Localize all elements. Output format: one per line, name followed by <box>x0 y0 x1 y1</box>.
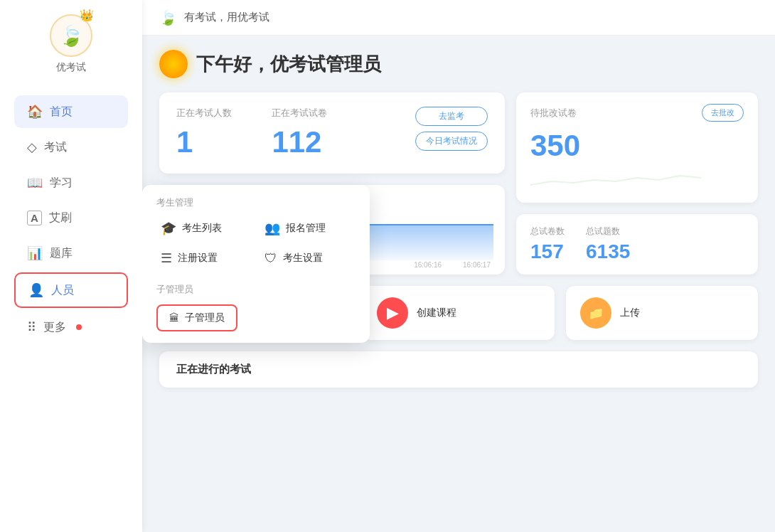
pending-papers-card: 待批改试卷 去批改 350 <box>516 92 758 203</box>
dropdown-item-registration-label: 报名管理 <box>286 222 326 235</box>
sidebar-item-question-label: 题库 <box>50 246 73 261</box>
sidebar-item-home-label: 首页 <box>50 105 73 119</box>
people-icon: 👤 <box>28 282 44 298</box>
logo-area: 🍃 👑 优考试 <box>50 14 92 74</box>
dropdown-item-student-settings[interactable]: 🛡 考生设置 <box>260 248 356 269</box>
sub-stats-grid: 总试卷数 157 总试题数 6135 <box>530 225 744 263</box>
total-papers-stat: 总试卷数 157 <box>530 225 565 263</box>
total-questions-value: 6135 <box>586 240 630 263</box>
book-icon: 📖 <box>27 175 43 191</box>
greeting-section: 下午好，优考试管理员 <box>159 50 758 78</box>
bottom-title: 正在进行的考试 <box>176 363 251 375</box>
papers-section: 正在考试试卷 112 <box>272 107 415 159</box>
dropdown-grid1: 🎓 考生列表 👥 报名管理 ☰ 注册设置 🛡 考生设置 <box>156 218 356 269</box>
create-course-label: 创建课程 <box>417 307 456 319</box>
registration-icon: 👥 <box>264 220 280 236</box>
ai-icon: A <box>27 211 42 225</box>
more-icon: ⠿ <box>27 319 36 335</box>
sidebar-item-more-label: 更多 <box>43 320 66 335</box>
examinees-value: 1 <box>176 125 272 159</box>
main-content: 🍃 有考试，用优考试 下午好，优考试管理员 正在考试人数 1 正在考试试卷 <box>142 0 775 532</box>
pending-value: 350 <box>530 129 744 163</box>
dropdown-item-registration[interactable]: 👥 报名管理 <box>260 218 356 239</box>
current-stats-card: 正在考试人数 1 正在考试试卷 112 去监考 今日考试情况 <box>159 92 505 174</box>
shield-icon: 🛡 <box>264 251 277 266</box>
sub-admin-item[interactable]: 🏛 子管理员 <box>156 304 237 331</box>
topbar-title: 有考试，用优考试 <box>184 11 269 24</box>
sidebar-item-exam-label: 考试 <box>44 140 67 155</box>
diamond-icon: ◇ <box>27 139 37 155</box>
total-questions-stat: 总试题数 6135 <box>586 225 630 263</box>
topbar: 🍃 有考试，用优考试 <box>142 0 775 36</box>
arrow1-svg <box>142 100 156 192</box>
greeting-text: 下午好，优考试管理员 <box>196 52 381 77</box>
graduate-icon: 🎓 <box>161 220 176 236</box>
sidebar-item-home[interactable]: 🏠 首页 <box>14 95 128 128</box>
sidebar-item-study-label: 学习 <box>50 176 73 191</box>
dropdown-item-register-settings[interactable]: ☰ 注册设置 <box>156 248 252 269</box>
pending-top: 待批改试卷 去批改 <box>530 104 744 122</box>
content-area: 下午好，优考试管理员 正在考试人数 1 正在考试试卷 112 去监考 <box>142 36 775 532</box>
pending-label: 待批改试卷 <box>530 107 577 119</box>
sidebar-item-exam[interactable]: ◇ 考试 <box>14 131 128 164</box>
logo-leaf-icon: 🍃 <box>59 24 84 48</box>
home-icon: 🏠 <box>27 104 43 119</box>
sidebar-item-people[interactable]: 👤 人员 <box>14 272 128 308</box>
stat-buttons: 去监考 今日考试情况 <box>415 107 488 159</box>
sub-stats-card: 总试卷数 157 总试题数 6135 <box>516 214 758 275</box>
sidebar-item-more[interactable]: ⠿ 更多 <box>14 311 128 344</box>
ongoing-exams-section: 正在进行的考试 <box>159 351 758 388</box>
sidebar-item-ai[interactable]: A 艾刷 <box>14 202 128 234</box>
papers-label: 正在考试试卷 <box>272 107 415 119</box>
dropdown-item-student-list-label: 考生列表 <box>182 222 222 235</box>
logo-circle: 🍃 👑 <box>50 14 92 57</box>
papers-value: 112 <box>272 125 415 159</box>
logo-crown-icon: 👑 <box>80 9 94 22</box>
sparkline-svg <box>530 167 744 188</box>
sidebar-item-study[interactable]: 📖 学习 <box>14 166 128 199</box>
examinees-label: 正在考试人数 <box>176 107 272 119</box>
create-course-card[interactable]: ▶ 创建课程 <box>363 286 555 340</box>
sidebar-item-people-label: 人员 <box>51 283 74 298</box>
sidebar-item-ai-label: 艾刷 <box>49 211 72 225</box>
x-label-2: 16:06:17 <box>463 261 491 269</box>
chart-icon: 📊 <box>27 245 43 261</box>
dropdown-menu: 考生管理 🎓 考生列表 👥 报名管理 ☰ 注册设置 🛡 考生设置 <box>142 185 370 343</box>
create-course-icon: ▶ <box>377 297 408 329</box>
pending-btn[interactable]: 去批改 <box>702 104 744 122</box>
upload-label: 上传 <box>620 307 640 319</box>
total-questions-label: 总试题数 <box>586 225 630 238</box>
examinees-section: 正在考试人数 1 <box>176 107 272 159</box>
list-icon: ☰ <box>161 250 172 266</box>
dropdown-item-student-list[interactable]: 🎓 考生列表 <box>156 218 252 239</box>
dropdown-item-register-settings-label: 注册设置 <box>178 252 218 265</box>
upload-icon: 📁 <box>580 297 611 329</box>
dropdown-item-student-settings-label: 考生设置 <box>283 252 323 265</box>
sub-admin-label: 子管理员 <box>185 312 225 324</box>
total-papers-label: 总试卷数 <box>530 225 565 238</box>
logo-text: 优考试 <box>56 61 86 74</box>
total-papers-value: 157 <box>530 240 565 263</box>
upload-card[interactable]: 📁 上传 <box>566 286 758 340</box>
sun-icon <box>159 50 188 78</box>
right-stats: 待批改试卷 去批改 350 总试卷数 157 <box>516 92 758 275</box>
sub-admin-wrapper: 🏛 子管理员 <box>156 304 237 331</box>
x-label-1: 16:06:16 <box>414 261 442 269</box>
dropdown-section1-title: 考生管理 <box>156 196 356 209</box>
sidebar: 🍃 👑 优考试 🏠 首页 ◇ 考试 📖 学习 A 艾刷 📊 题库 👤 人员 ⠿ … <box>0 0 142 532</box>
sidebar-item-question[interactable]: 📊 题库 <box>14 237 128 270</box>
dropdown-section2-title: 子管理员 <box>156 283 356 296</box>
monitor-button[interactable]: 去监考 <box>415 107 488 126</box>
topbar-leaf-icon: 🍃 <box>159 9 177 26</box>
notification-badge <box>76 324 82 330</box>
admin-icon: 🏛 <box>169 312 179 324</box>
today-exam-button[interactable]: 今日考试情况 <box>415 132 488 151</box>
chart-x-labels: 16:06:16 16:06:17 <box>414 261 491 269</box>
